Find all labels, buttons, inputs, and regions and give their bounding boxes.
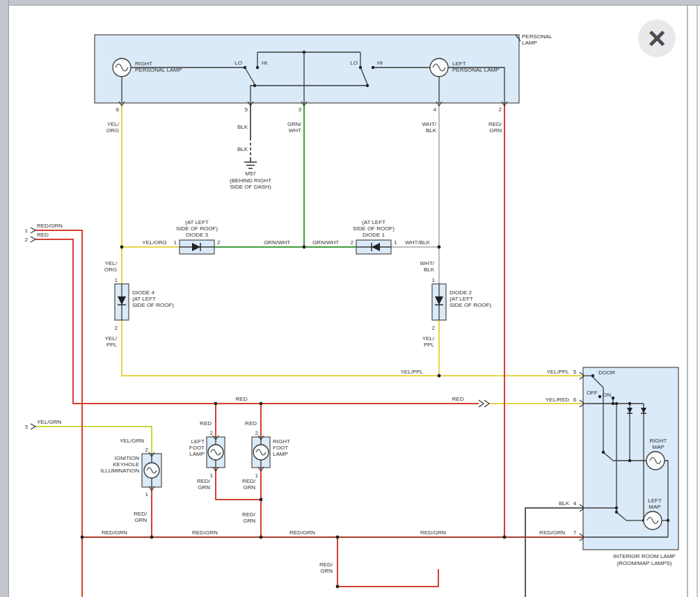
ground-id: M57	[245, 170, 256, 177]
ground-loc-2: SIDE OF DASH)	[230, 184, 271, 190]
label-red-grn-rail-2: RED/GRN	[192, 530, 218, 536]
right-foot-name-3: LAMP	[273, 451, 288, 457]
label-yel-ppl-r: YEL/	[422, 335, 435, 342]
diode-1: (AT LEFT SIDE OF ROOF) DIODE 1 2 1	[351, 219, 397, 254]
label-red-grn-2: GRN	[489, 127, 502, 134]
right-foot-pin-2: 2	[255, 430, 259, 436]
ground-loc: (BEHIND RIGHT	[230, 177, 271, 184]
diode-3-pin-1: 1	[174, 239, 177, 246]
right-foot-pin-1: 1	[255, 472, 259, 479]
left-foot-name-3: LAMP	[189, 451, 205, 457]
diode-3: (AT LEFT SIDE OF ROOF) DIODE 3 1 2	[174, 219, 221, 254]
pin-4: 4	[433, 106, 437, 113]
diode-4-name: DIODE 4	[132, 289, 155, 296]
diode-1-pin-1: 1	[394, 239, 397, 246]
close-icon: ×	[648, 23, 666, 54]
interior-on-label: ON	[603, 392, 611, 398]
interior-pin-4: 4	[573, 500, 577, 507]
power-rail: RED RED YEL/RED	[236, 396, 570, 407]
ignition-pin-2: 2	[145, 447, 149, 453]
diode-1-name: DIODE 1	[363, 232, 385, 238]
label-yel-ppl-l: YEL/	[105, 335, 118, 342]
label-yel-ppl-r-2: PPL	[424, 342, 435, 348]
label-yel-org-h: YEL/ORG	[142, 239, 167, 246]
connector-1-label: RED/GRN	[37, 223, 63, 229]
interior-pin-7: 7	[573, 530, 577, 536]
personal-lamp-title-2: LAMP	[522, 40, 537, 46]
label-blk-rail: BLK	[559, 500, 570, 507]
diode-3-loc: (AT LEFT	[185, 219, 209, 225]
inline-connector-icon	[479, 400, 484, 407]
diode-2: 1 2 DIODE 2 (AT LEFT SIDE OF ROOF)	[432, 277, 492, 331]
label-red-grn-drop-2: GRN	[320, 568, 333, 574]
sw1-hi-label: HI	[262, 60, 267, 66]
diode-2-loc-2: SIDE OF ROOF)	[450, 302, 491, 308]
label-yel-org-v: YEL/	[105, 260, 118, 266]
right-map-label: RIGHT	[650, 438, 667, 444]
window-chrome-right-line	[687, 0, 688, 597]
connector-3-label: YEL/GRN	[37, 419, 61, 425]
personal-lamp-title: PERSONAL	[522, 33, 552, 40]
label-red-grn: RED/	[488, 121, 502, 127]
diode-4: 1 2 DIODE 4 (AT LEFT SIDE OF ROOF)	[115, 277, 175, 331]
window-chrome-right-edge[interactable]	[697, 0, 698, 597]
interior-room-lamp: 5 6 4 7	[573, 367, 678, 566]
right-foot-name-2: FOOT	[273, 445, 288, 451]
label-grn-wht-r: GRN/WHT	[312, 239, 339, 246]
label-red-right: RED	[452, 396, 464, 402]
left-lamp-label-2: PERSONAL LAMP	[452, 67, 499, 73]
interior-caption: INTERIOR ROOM LAMP	[613, 553, 675, 559]
pin-2: 2	[499, 106, 502, 113]
close-button[interactable]: ×	[638, 19, 676, 57]
label-wht-blk: WHT/	[422, 121, 437, 127]
ignition-pin-1: 1	[145, 491, 149, 498]
window-chrome-top	[0, 0, 700, 6]
label-red-grn-rail-1: RED/GRN	[102, 530, 127, 536]
right-foot-wire-top: RED	[245, 420, 257, 427]
left-foot-wire-top: RED	[200, 420, 212, 427]
label-yel-org: YEL/	[107, 121, 120, 127]
diode-2-loc: (AT LEFT	[450, 296, 473, 302]
label-red-grn-rail-5: RED/GRN	[539, 530, 565, 536]
left-foot-pin-2: 2	[210, 430, 214, 436]
ignition-wire-bot: RED/	[134, 511, 148, 517]
right-lamp-label: RIGHT	[135, 61, 152, 67]
label-red-mid: RED	[236, 396, 248, 402]
connector-1-num: 1	[25, 228, 29, 234]
label-yel-ppl-rail-2: YEL/PPL	[547, 369, 570, 375]
left-foot-wire-bot: RED/	[197, 478, 211, 484]
ignition-name: IGNITION	[114, 455, 139, 461]
diode-1-loc: (AT LEFT	[362, 219, 385, 225]
diode-1-pin-2: 2	[351, 239, 354, 246]
left-foot-lamp: RED 2 LEFT FOOT LAMP 1 RED/ GRN	[189, 420, 225, 491]
ignition-name-3: ILLUMINATION	[101, 468, 140, 474]
label-yel-org-2: ORG	[106, 127, 119, 134]
right-map-label-2: MAP	[652, 444, 664, 450]
label-red-grn-drop: RED/	[319, 562, 333, 568]
window-chrome-left[interactable]	[0, 0, 9, 597]
left-foot-wire-bot-2: GRN	[198, 484, 210, 491]
label-wht-blk-2: BLK	[426, 127, 437, 134]
diode-2-pin-1: 1	[432, 277, 436, 283]
pin-3: 3	[299, 106, 302, 113]
diode-4-pin-1: 1	[115, 277, 118, 283]
interior-off-label: OFF	[587, 390, 598, 396]
connector-3-num: 3	[25, 424, 29, 430]
mid-wire-labels: YEL/ORG GRN/WHT GRN/WHT WHT/BLK YEL/ ORG…	[104, 239, 570, 375]
right-foot-wire-bot-2: GRN	[243, 484, 255, 491]
label-yel-ppl-l-2: PPL	[106, 342, 118, 348]
interior-caption-2: (ROOM/MAP LAMPS)	[617, 560, 672, 566]
label-wht-blk-v-2: BLK	[424, 266, 435, 273]
diagram-viewport: PERSONAL LAMP RI	[0, 0, 700, 597]
personal-lamp-assembly: PERSONAL LAMP RI	[95, 33, 552, 113]
left-foot-name: LEFT	[191, 438, 205, 445]
right-foot-wire-bot2-2: GRN	[243, 518, 255, 524]
left-lamp-label: LEFT	[452, 61, 466, 67]
left-connectors: 1 RED/GRN 2 RED 3 YEL/GRN	[25, 223, 63, 430]
diode-4-loc: (AT LEFT	[132, 296, 156, 302]
diode-1-loc-2: SIDE OF ROOF)	[353, 225, 395, 232]
diode-4-loc-2: SIDE OF ROOF)	[132, 302, 174, 308]
label-grn-wht-l: GRN/WHT	[264, 239, 290, 246]
connector-2-num: 2	[25, 237, 29, 243]
label-yel-red: YEL/RED	[546, 397, 569, 403]
